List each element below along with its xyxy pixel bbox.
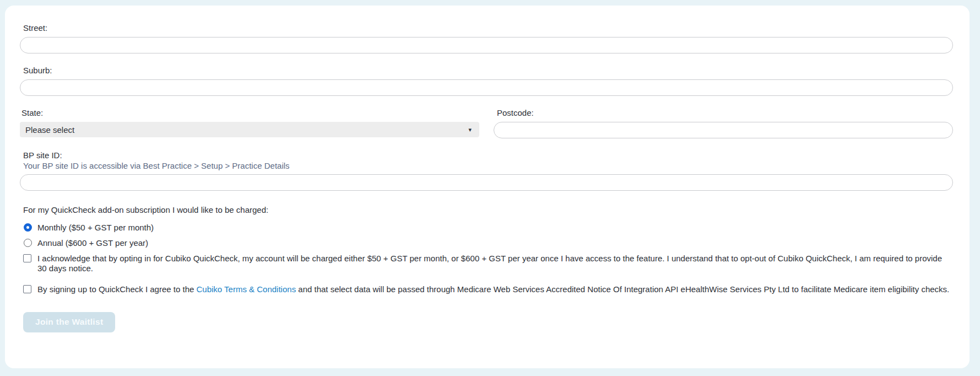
postcode-field-group: Postcode: <box>494 108 953 138</box>
join-waitlist-button[interactable]: Join the Waitlist <box>23 312 115 332</box>
terms-text-after-link: and that select data will be passed thro… <box>296 284 949 294</box>
state-field-group: State: Please select ▾ <box>20 108 479 138</box>
street-label: Street: <box>23 23 953 33</box>
terms-agreement: By signing up to QuickCheck I agree to t… <box>23 284 953 294</box>
billing-question: For my QuickCheck add-on subscription I … <box>23 205 953 214</box>
acknowledge-charge-agreement: I acknowledge that by opting in for Cubi… <box>23 254 953 273</box>
billing-option-monthly[interactable]: Monthly ($50 + GST per month) <box>24 223 953 232</box>
suburb-input[interactable] <box>20 79 953 96</box>
state-select-value: Please select <box>25 125 74 135</box>
radio-monthly-icon[interactable] <box>24 223 32 232</box>
radio-annual-icon[interactable] <box>24 239 32 247</box>
suburb-field-group: Suburb: <box>20 66 953 96</box>
street-input[interactable] <box>20 37 953 53</box>
state-postcode-row: State: Please select ▾ Postcode: <box>20 108 953 138</box>
state-select[interactable]: Please select ▾ <box>20 122 479 137</box>
bp-site-id-input[interactable] <box>20 174 953 191</box>
terms-text: By signing up to QuickCheck I agree to t… <box>37 284 949 294</box>
acknowledge-charge-text: I acknowledge that by opting in for Cubi… <box>37 254 953 273</box>
acknowledge-charge-checkbox[interactable] <box>23 254 31 262</box>
billing-option-annual-label: Annual ($600 + GST per year) <box>37 238 148 248</box>
terms-and-conditions-link[interactable]: Cubiko Terms & Conditions <box>197 284 296 294</box>
postcode-label: Postcode: <box>497 108 953 117</box>
waitlist-form-card: Street: Suburb: State: Please select ▾ P… <box>5 6 970 368</box>
bp-site-id-label: BP site ID: <box>23 151 953 160</box>
bp-site-id-field-group: BP site ID: Your BP site ID is accessibl… <box>20 151 953 191</box>
bp-site-id-helper-text: Your BP site ID is accessible via Best P… <box>23 161 953 170</box>
suburb-label: Suburb: <box>23 66 953 75</box>
billing-option-monthly-label: Monthly ($50 + GST per month) <box>37 223 154 232</box>
chevron-down-icon: ▾ <box>468 126 472 133</box>
terms-checkbox[interactable] <box>23 285 31 293</box>
billing-option-annual[interactable]: Annual ($600 + GST per year) <box>24 238 953 248</box>
postcode-input[interactable] <box>494 122 953 138</box>
state-label: State: <box>21 108 479 117</box>
street-field-group: Street: <box>20 23 953 53</box>
terms-text-before-link: By signing up to QuickCheck I agree to t… <box>37 284 197 294</box>
